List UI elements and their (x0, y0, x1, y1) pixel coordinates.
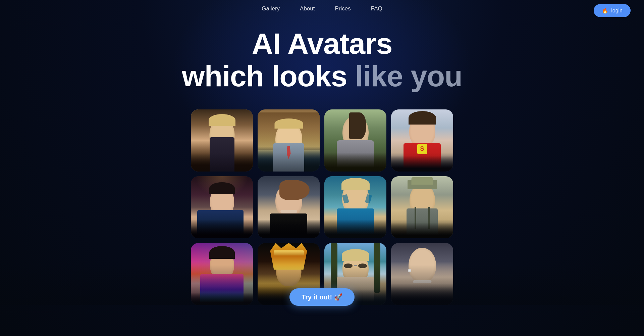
nav-about[interactable]: About (300, 5, 315, 12)
cta-container: Try it out! 🚀 (0, 288, 644, 313)
gallery-item (258, 109, 320, 172)
gallery-item: S (391, 109, 453, 172)
gallery-container: S (0, 99, 644, 305)
portrait-bg (391, 176, 453, 238)
hero-title-line2-normal: which looks (182, 59, 355, 93)
nav-faq[interactable]: FAQ (371, 5, 382, 12)
navigation: Gallery About Prices FAQ 🔥 login (0, 0, 644, 17)
gallery-item (191, 176, 253, 238)
gallery-item (324, 176, 386, 238)
gallery-row-2 (191, 176, 453, 238)
gallery-item (191, 109, 253, 172)
fire-icon: 🔥 (602, 7, 608, 14)
portrait-bg (191, 109, 253, 172)
gallery-item (258, 176, 320, 238)
hero-title-line2-muted: like you (355, 59, 462, 93)
gallery-row-1: S (191, 109, 453, 172)
portrait-bg (191, 176, 253, 238)
portrait-bg (258, 109, 320, 172)
hero-title: AI Avatars which looks like you (7, 28, 637, 93)
login-label: login (611, 8, 623, 14)
portrait-bg: S (391, 109, 453, 172)
gallery-grid: S (0, 99, 644, 305)
nav-prices[interactable]: Prices (335, 5, 351, 12)
hero-section: AI Avatars which looks like you (0, 17, 644, 99)
portrait-bg (324, 109, 386, 172)
gallery-item (391, 176, 453, 238)
portrait-bg (258, 176, 320, 238)
login-button[interactable]: 🔥 login (594, 4, 631, 17)
try-it-out-button[interactable]: Try it out! 🚀 (289, 288, 355, 306)
gallery-item (324, 109, 386, 172)
portrait-bg (324, 176, 386, 238)
hero-title-line1: AI Avatars (252, 27, 392, 60)
nav-gallery[interactable]: Gallery (262, 5, 280, 12)
nav-links: Gallery About Prices FAQ (262, 5, 382, 12)
